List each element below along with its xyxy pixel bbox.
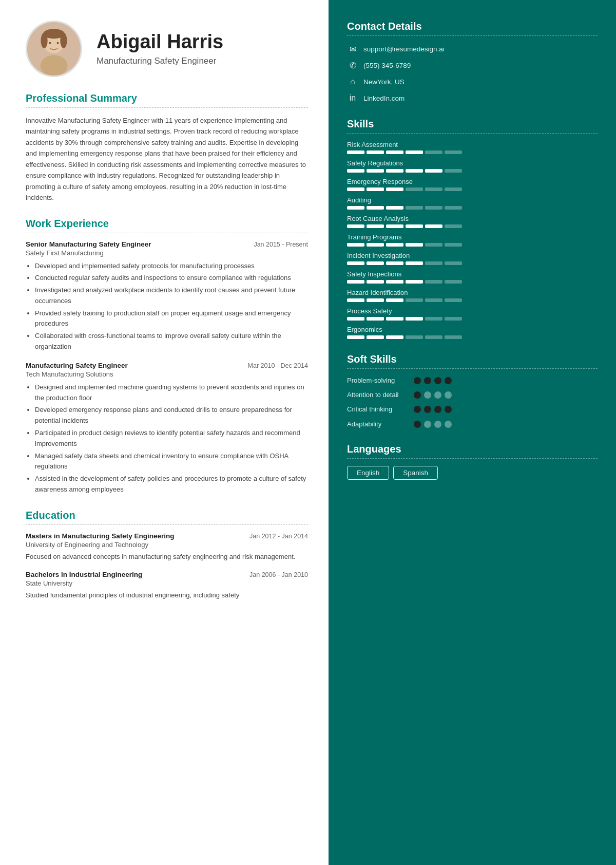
contact-title: Contact Details: [347, 21, 598, 32]
skill-segment-filled: [347, 298, 364, 302]
skill-segment-filled: [406, 224, 423, 228]
skill-bar: [347, 317, 598, 321]
skill-segment-filled: [367, 280, 384, 284]
dot-empty: [424, 421, 431, 428]
skill-name: Ergonomics: [347, 326, 598, 333]
contact-divider: [347, 35, 598, 36]
contact-email-value: support@resumedesign.ai: [363, 45, 445, 53]
skill-bar: [347, 243, 598, 247]
skill-segment-filled: [406, 151, 423, 154]
svg-point-5: [60, 33, 67, 48]
skill-segment-filled: [406, 261, 423, 265]
skill-item: Root Cause Analysis: [347, 215, 598, 228]
job-date-2: Mar 2010 - Dec 2014: [248, 362, 308, 369]
skill-name: Safety Inspections: [347, 270, 598, 278]
skill-segment-filled: [425, 224, 442, 228]
soft-skill-dots: [414, 420, 452, 428]
skill-item: Risk Assessment: [347, 141, 598, 154]
skill-item: Safety Regulations: [347, 159, 598, 173]
skill-segment-filled: [347, 169, 364, 173]
skill-segment-filled: [406, 317, 423, 321]
skill-segment-filled: [347, 280, 364, 284]
email-icon: ✉: [347, 43, 358, 54]
skill-segment-empty: [445, 206, 462, 210]
skill-segment-filled: [406, 169, 423, 173]
skill-segment-filled: [367, 317, 384, 321]
skill-segment-empty: [425, 206, 442, 210]
skill-segment-empty: [445, 317, 462, 321]
skill-bar: [347, 298, 598, 302]
summary-divider: [26, 107, 308, 108]
soft-skills-section: Soft Skills Problem-solvingAttention to …: [347, 353, 598, 429]
job-header-1: Senior Manufacturing Safety Engineer Jan…: [26, 240, 308, 248]
job-company-2: Tech Manufacturing Solutions: [26, 370, 308, 378]
dot-filled: [414, 406, 421, 413]
skill-segment-empty: [406, 187, 423, 191]
skill-item: Auditing: [347, 196, 598, 210]
job-title-2: Manufacturing Safety Engineer: [26, 362, 128, 369]
job-title-1: Senior Manufacturing Safety Engineer: [26, 240, 151, 248]
skill-segment-filled: [347, 151, 364, 154]
bullet: Designed and implemented machine guardin…: [35, 382, 308, 404]
contact-phone-value: (555) 345-6789: [363, 62, 411, 69]
job-company-1: Safety First Manufacturing: [26, 249, 308, 257]
skill-bar: [347, 206, 598, 210]
avatar: [26, 21, 82, 77]
bullet: Assisted in the development of safety po…: [35, 474, 308, 495]
resume-header: Abigail Harris Manufacturing Safety Engi…: [26, 21, 308, 77]
skill-bar: [347, 224, 598, 228]
skill-segment-empty: [445, 261, 462, 265]
job-item: Senior Manufacturing Safety Engineer Jan…: [26, 240, 308, 352]
dot-filled: [445, 406, 452, 413]
skill-segment-empty: [406, 335, 423, 339]
work-experience-section: Work Experience Senior Manufacturing Saf…: [26, 218, 308, 495]
skill-name: Training Programs: [347, 233, 598, 241]
dot-filled: [414, 421, 421, 428]
skill-segment-empty: [425, 280, 442, 284]
bullet: Managed safety data sheets and chemical …: [35, 451, 308, 473]
dot-filled: [414, 377, 421, 384]
contact-phone: ✆ (555) 345-6789: [347, 60, 598, 71]
skill-segment-filled: [367, 243, 384, 247]
skill-item: Safety Inspections: [347, 270, 598, 284]
dot-filled: [414, 391, 421, 399]
education-title: Education: [26, 510, 308, 521]
candidate-name: Abigail Harris: [97, 31, 223, 53]
dot-empty: [434, 391, 441, 399]
edu-school-2: State University: [26, 579, 308, 587]
bullet: Conducted regular safety audits and insp…: [35, 273, 308, 284]
skill-segment-empty: [425, 298, 442, 302]
bullet: Developed and implemented safety protoco…: [35, 261, 308, 272]
skill-bar: [347, 169, 598, 173]
skill-segment-filled: [386, 261, 403, 265]
soft-skills-title: Soft Skills: [347, 353, 598, 365]
edu-date-1: Jan 2012 - Jan 2014: [249, 533, 308, 540]
education-item: Bachelors in Industrial Engineering Jan …: [26, 571, 308, 601]
skill-bar: [347, 151, 598, 154]
skill-item: Hazard Identification: [347, 289, 598, 302]
skill-segment-filled: [386, 169, 403, 173]
skill-segment-empty: [425, 151, 442, 154]
skill-segment-filled: [367, 224, 384, 228]
svg-point-1: [41, 55, 68, 76]
skill-segment-filled: [367, 169, 384, 173]
skill-name: Emergency Response: [347, 178, 598, 185]
education-section: Education Masters in Manufacturing Safet…: [26, 510, 308, 601]
contact-linkedin: in LinkedIn.com: [347, 92, 598, 104]
skill-segment-empty: [445, 151, 462, 154]
skill-name: Hazard Identification: [347, 289, 598, 296]
phone-icon: ✆: [347, 60, 358, 71]
job-date-1: Jan 2015 - Present: [254, 241, 308, 248]
skill-item: Process Safety: [347, 307, 598, 321]
skill-segment-filled: [386, 243, 403, 247]
skill-segment-empty: [445, 243, 462, 247]
skill-segment-filled: [347, 243, 364, 247]
skill-segment-filled: [347, 261, 364, 265]
skill-bar: [347, 280, 598, 284]
language-tag: English: [347, 466, 389, 480]
skill-segment-empty: [445, 224, 462, 228]
skill-item: Ergonomics: [347, 326, 598, 339]
skill-name: Process Safety: [347, 307, 598, 315]
soft-skill-name: Problem-solving: [347, 376, 414, 385]
dot-empty: [434, 421, 441, 428]
